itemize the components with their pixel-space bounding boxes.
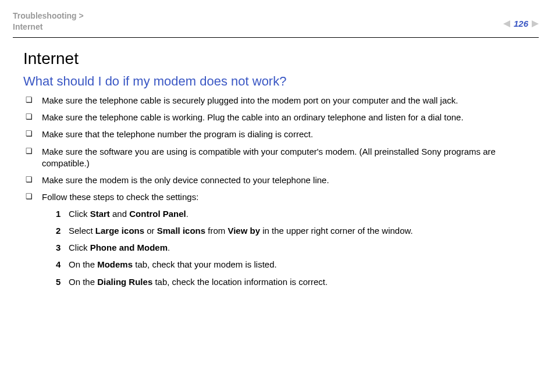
page-content: Internet What should I do if my modem do…: [13, 38, 539, 288]
steps-list: Click Start and Control Panel. Select La…: [42, 208, 531, 288]
list-item: Make sure the telephone cable is working…: [23, 112, 531, 123]
page-number: 126: [514, 19, 528, 28]
step-item: Select Large icons or Small icons from V…: [56, 225, 531, 237]
list-item: Follow these steps to check the settings…: [23, 191, 531, 288]
list-item-text: Follow these steps to check the settings…: [42, 192, 198, 202]
list-item: Make sure the modem is the only device c…: [23, 174, 531, 186]
list-item: Make sure the telephone cable is securel…: [23, 95, 531, 106]
prev-page-arrow-icon[interactable]: [503, 20, 510, 27]
next-page-arrow-icon[interactable]: [532, 20, 539, 27]
pager: 126: [503, 10, 539, 28]
page-header: Troubleshooting > Internet 126: [13, 10, 539, 33]
bullet-list: Make sure the telephone cable is securel…: [23, 95, 531, 288]
breadcrumb-parent[interactable]: Troubleshooting >: [13, 10, 84, 22]
step-item: Click Start and Control Panel.: [56, 208, 531, 220]
section-title: Internet: [23, 49, 531, 68]
step-item: On the Dialing Rules tab, check the loca…: [56, 276, 531, 288]
list-item: Make sure the software you are using is …: [23, 146, 531, 170]
list-item: Make sure that the telephone number the …: [23, 129, 531, 140]
breadcrumb-current: Internet: [13, 22, 84, 33]
question-heading: What should I do if my modem does not wo…: [23, 74, 531, 89]
step-item: Click Phone and Modem.: [56, 242, 531, 254]
breadcrumb: Troubleshooting > Internet: [13, 10, 84, 33]
step-item: On the Modems tab, check that your modem…: [56, 259, 531, 270]
